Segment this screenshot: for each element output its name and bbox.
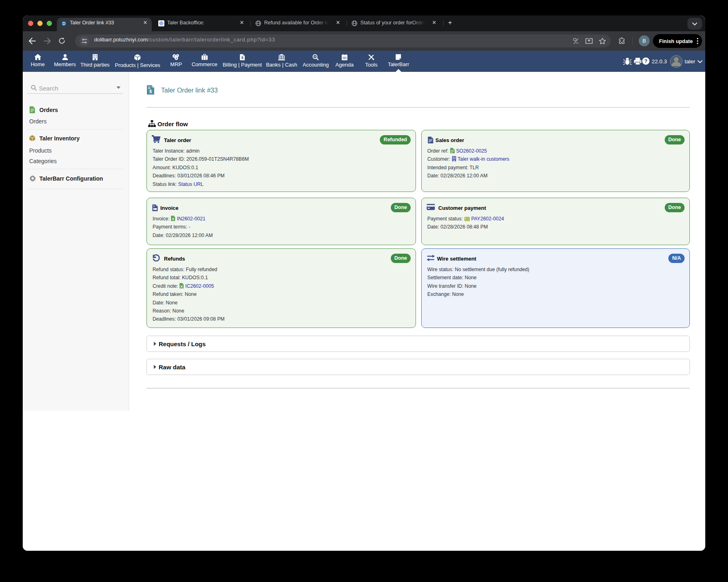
svg-text:$: $ (241, 56, 243, 60)
svg-text:$: $ (149, 89, 152, 94)
svg-text:?: ? (644, 58, 648, 64)
svg-text:$: $ (172, 217, 174, 221)
svg-text:D: D (62, 21, 66, 26)
